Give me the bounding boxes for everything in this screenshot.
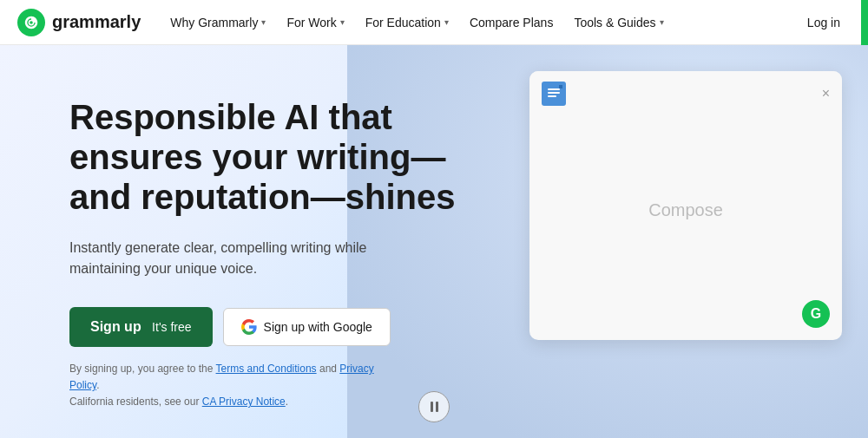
logo-icon (17, 9, 45, 36)
signup-button[interactable]: Sign up It's free (69, 307, 213, 347)
signup-label: Sign up (90, 319, 141, 335)
hero-content: Responsible AI that ensures your writing… (0, 45, 469, 438)
svg-rect-3 (548, 92, 560, 94)
cta-row: Sign up It's free Sign up with Google (69, 307, 469, 347)
google-signup-button[interactable]: Sign up with Google (223, 308, 391, 346)
nav-tools-guides[interactable]: Tools & Guides ▾ (565, 10, 672, 35)
nav-for-work[interactable]: For Work ▾ (278, 10, 352, 35)
google-icon (241, 319, 257, 335)
logo-wordmark: grammarly (52, 12, 141, 32)
compose-card: × Compose G (529, 71, 842, 340)
hero-section: Responsible AI that ensures your writing… (0, 45, 868, 438)
grammarly-g-button[interactable]: G (802, 300, 830, 328)
compose-placeholder: Compose (529, 114, 842, 305)
ca-privacy-link[interactable]: CA Privacy Notice (202, 396, 286, 408)
signup-free-label: It's free (152, 320, 191, 334)
pause-icon (431, 402, 438, 412)
svg-rect-2 (548, 88, 560, 90)
google-signup-label: Sign up with Google (264, 320, 372, 334)
nav-right: Log in (797, 10, 851, 35)
nav-compare-plans[interactable]: Compare Plans (461, 10, 562, 35)
close-icon[interactable]: × (822, 86, 830, 101)
svg-point-0 (30, 21, 33, 24)
logo[interactable]: grammarly (17, 9, 141, 36)
pause-button[interactable] (418, 391, 450, 422)
navbar: grammarly Why Grammarly ▾ For Work ▾ For… (0, 0, 868, 45)
svg-rect-4 (548, 95, 556, 97)
compose-card-area: × Compose G (529, 71, 842, 340)
login-button[interactable]: Log in (797, 10, 851, 35)
terms-link[interactable]: Terms and Conditions (216, 363, 317, 375)
chevron-down-icon: ▾ (261, 17, 266, 27)
card-header: × (529, 71, 842, 114)
hero-headline: Responsible AI that ensures your writing… (69, 97, 469, 217)
chevron-down-icon: ▾ (660, 17, 664, 27)
chevron-down-icon: ▾ (444, 17, 449, 27)
nav-why-grammarly[interactable]: Why Grammarly ▾ (161, 10, 274, 35)
disclaimer-text: By signing up, you agree to the Terms an… (69, 361, 399, 411)
nav-links: Why Grammarly ▾ For Work ▾ For Education… (161, 10, 797, 35)
green-bar-accent (861, 0, 868, 45)
chevron-down-icon: ▾ (340, 17, 345, 27)
nav-for-education[interactable]: For Education ▾ (357, 10, 457, 35)
hero-subtext: Instantly generate clear, compelling wri… (69, 238, 417, 279)
google-docs-icon (542, 82, 566, 106)
